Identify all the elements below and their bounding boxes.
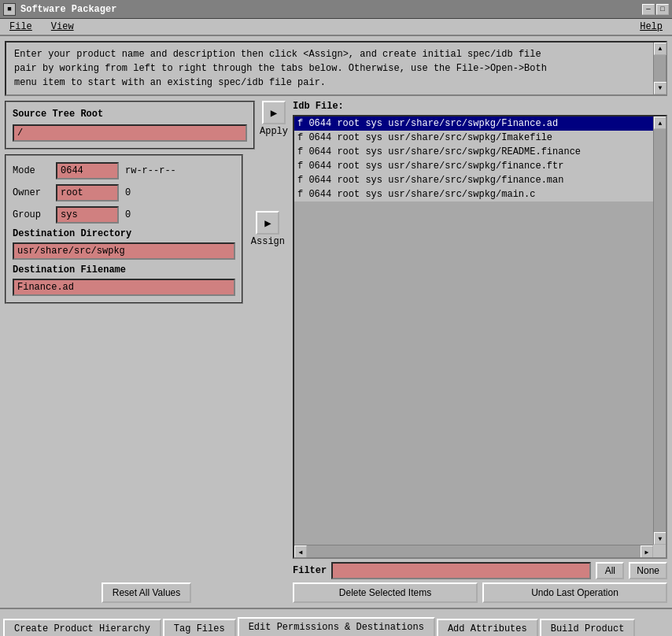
info-box: Enter your product name and description … [5, 41, 667, 96]
tab-add-attributes[interactable]: Add Attributes [437, 619, 538, 636]
list-item[interactable]: f 0644 root sys usr/share/src/swpkg/fina… [294, 173, 653, 187]
group-label: Group [13, 209, 56, 220]
owner-id: 0 [125, 187, 131, 198]
idb-vertical-scrollbar: ▲ ▼ [653, 116, 666, 545]
assign-area: ▶ Assign [248, 154, 288, 304]
idb-scroll-left[interactable]: ◀ [294, 545, 307, 558]
app-icon[interactable]: ■ [3, 3, 16, 16]
dest-file-input[interactable] [13, 279, 235, 296]
idb-scroll-track-v [654, 129, 666, 532]
dest-file-section: Destination Filename [13, 264, 235, 296]
group-input[interactable] [56, 206, 119, 224]
idb-scroll-up[interactable]: ▲ [654, 116, 666, 129]
idb-horizontal-scrollbar: ◀ ▶ [294, 545, 653, 557]
filter-input[interactable] [331, 562, 591, 579]
dest-dir-label: Destination Directory [13, 228, 235, 239]
group-id: 0 [125, 209, 131, 220]
dest-dir-input[interactable] [13, 242, 235, 260]
left-panel: Source Tree Root ▶ Apply Mode rw-r--r-- [5, 101, 288, 603]
idb-list: f 0644 root sys usr/share/src/swpkg/Fina… [294, 116, 666, 557]
filter-row: Filter All None [293, 562, 667, 579]
scroll-down-button[interactable]: ▼ [654, 82, 666, 94]
mode-input[interactable] [56, 162, 119, 179]
dest-file-label: Destination Filename [13, 264, 235, 275]
filter-label: Filter [293, 565, 327, 576]
list-item[interactable]: f 0644 root sys usr/share/src/swpkg/fina… [294, 159, 653, 173]
apply-arrow-button[interactable]: ▶ [262, 101, 286, 124]
mode-display: rw-r--r-- [125, 165, 176, 176]
info-text-1: Enter your product name and description … [14, 49, 541, 60]
scroll-track [654, 55, 666, 82]
source-tree-input[interactable] [13, 124, 247, 142]
maximize-button[interactable]: □ [656, 4, 669, 15]
idb-list-container: f 0644 root sys usr/share/src/swpkg/Fina… [293, 115, 667, 559]
owner-label: Owner [13, 187, 56, 198]
apply-label: Apply [260, 126, 288, 137]
tab-build-product[interactable]: Build Product [540, 619, 636, 636]
list-item[interactable]: f 0644 root sys usr/share/src/swpkg/main… [294, 187, 653, 202]
two-col-layout: Source Tree Root ▶ Apply Mode rw-r--r-- [5, 101, 667, 603]
main-content: Enter your product name and description … [0, 36, 672, 608]
title-bar: ■ Software Packager ─ □ [0, 0, 672, 19]
minimize-button[interactable]: ─ [642, 4, 655, 15]
owner-input[interactable] [56, 184, 119, 202]
menu-file[interactable]: File [6, 20, 35, 33]
menu-bar: File View Help [0, 19, 672, 36]
scroll-corner [653, 545, 666, 557]
menu-items: File View [6, 20, 77, 33]
info-text-2: pair by working from left to right throu… [14, 63, 547, 74]
filter-none-button[interactable]: None [629, 562, 667, 579]
source-tree-box: Source Tree Root [5, 101, 255, 150]
scroll-up-button[interactable]: ▲ [654, 43, 666, 55]
tab-create-hierarchy[interactable]: Create Product Hierarchy [3, 619, 161, 636]
list-item[interactable]: f 0644 root sys usr/share/src/swpkg/READ… [294, 145, 653, 159]
filter-all-button[interactable]: All [596, 562, 624, 579]
reset-button[interactable]: Reset All Values [102, 582, 192, 603]
action-row: Delete Selected Items Undo Last Operatio… [293, 582, 667, 603]
tab-bar: Create Product Hierarchy Tag Files Edit … [0, 608, 672, 636]
info-scrollbar: ▲ ▼ [653, 43, 666, 94]
tab-tag-files[interactable]: Tag Files [163, 619, 236, 636]
source-tree-label: Source Tree Root [13, 109, 247, 120]
dest-dir-section: Destination Directory [13, 228, 235, 260]
mode-label: Mode [13, 165, 56, 176]
group-row: Group 0 [13, 206, 235, 224]
menu-view[interactable]: View [48, 20, 77, 33]
info-text-3: menu item to start with an existing spec… [14, 77, 326, 88]
idb-scroll-track-h [307, 545, 641, 557]
list-item[interactable]: f 0644 root sys usr/share/src/swpkg/Imak… [294, 131, 653, 145]
window-title: Software Packager [20, 4, 116, 15]
undo-last-button[interactable]: Undo Last Operation [482, 582, 667, 603]
right-panel: Idb File: f 0644 root sys usr/share/src/… [293, 101, 667, 603]
list-item[interactable]: f 0644 root sys usr/share/src/swpkg/Fina… [294, 116, 653, 131]
idb-scroll-right[interactable]: ▶ [641, 545, 653, 558]
mode-row: Mode rw-r--r-- [13, 162, 235, 179]
assign-label: Assign [251, 236, 285, 247]
window-controls: ─ □ [642, 4, 669, 15]
tab-edit-permissions[interactable]: Edit Permissions & Destinations [238, 617, 435, 636]
mog-box: Mode rw-r--r-- Owner 0 Group 0 [5, 154, 243, 304]
delete-selected-button[interactable]: Delete Selected Items [293, 582, 478, 603]
apply-area: ▶ Apply [260, 101, 288, 150]
title-bar-left: ■ Software Packager [3, 3, 116, 16]
assign-arrow-button[interactable]: ▶ [256, 211, 279, 235]
owner-row: Owner 0 [13, 184, 235, 202]
idb-label: Idb File: [293, 101, 667, 112]
menu-help[interactable]: Help [637, 20, 666, 33]
idb-scroll-down[interactable]: ▼ [654, 532, 666, 545]
